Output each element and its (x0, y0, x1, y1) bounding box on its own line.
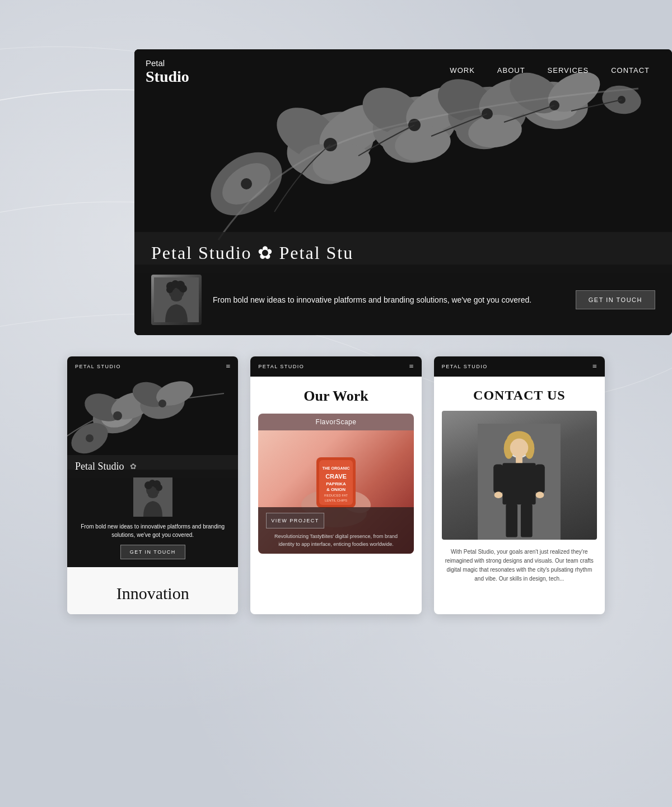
svg-point-37 (166, 286, 173, 293)
nav-about[interactable]: ABOUT (497, 66, 525, 75)
ms1-portrait (133, 477, 172, 517)
nav-services[interactable]: SERVICES (548, 66, 589, 75)
svg-text:LENTIL CHIPS: LENTIL CHIPS (325, 499, 347, 502)
ms3-header: PETAL STUDIO ≡ (434, 356, 605, 377)
ms2-header: PETAL STUDIO ≡ (250, 356, 421, 377)
svg-rect-81 (506, 504, 518, 537)
ms2-logo: PETAL STUDIO (258, 364, 304, 369)
ms1-innovation-title: Innovation (75, 584, 230, 603)
ms1-orchid-svg (67, 377, 235, 466)
svg-rect-77 (493, 464, 503, 493)
hero-bottom-bar: From bold new ideas to innovative platfo… (134, 265, 672, 335)
ms3-logo: PETAL STUDIO (442, 364, 488, 369)
svg-point-48 (158, 400, 166, 407)
ms3-title: CONTACT US (442, 388, 597, 403)
hero-banner-text: Petal Studio ✿ Petal Stu (151, 242, 353, 263)
ms1-header: PETAL STUDIO ≡ (67, 356, 238, 377)
svg-text:& ONION: & ONION (326, 487, 346, 492)
hero-section: Petal Studio WORK ABOUT SERVICES CONTACT… (134, 49, 672, 335)
svg-point-44 (113, 411, 122, 420)
ms3-contact-photo (442, 411, 597, 540)
svg-text:CRAVE: CRAVE (325, 473, 347, 480)
logo-petal: Petal (146, 58, 165, 68)
ms1-hero-bg: Petal Studio ✿ (67, 377, 238, 567)
ms1-logo: PETAL STUDIO (75, 364, 121, 369)
ms2-menu-icon[interactable]: ≡ (409, 362, 414, 371)
ms1-innovation-section: Innovation (67, 567, 238, 614)
svg-point-36 (179, 285, 187, 293)
svg-point-30 (241, 178, 252, 189)
svg-point-74 (510, 439, 529, 457)
svg-text:PAPRIKA: PAPRIKA (326, 481, 346, 486)
ms2-overlay: VIEW PROJECT Revolutionizing TastyBites'… (258, 507, 413, 554)
portrait-svg (154, 277, 199, 322)
ms1-bottom: From bold new ideas to innovative platfo… (67, 470, 238, 567)
portrait-image (151, 275, 202, 325)
svg-text:REDUCED FAT: REDUCED FAT (324, 494, 348, 497)
mobile-screen-2: PETAL STUDIO ≡ Our Work FlavorScape (250, 356, 421, 614)
mobile-screens-container: PETAL STUDIO ≡ (67, 356, 605, 614)
hero-cta-button[interactable]: GET IN TOUCH (576, 290, 655, 309)
svg-rect-78 (535, 464, 545, 493)
ms3-body-text: With Petal Studio, your goals aren't jus… (442, 548, 597, 583)
ms3-menu-icon[interactable]: ≡ (592, 362, 597, 371)
svg-rect-76 (503, 463, 536, 504)
logo-studio: Studio (146, 68, 189, 86)
ms3-body: CONTACT US (434, 377, 605, 595)
svg-point-38 (171, 294, 182, 302)
ms1-cta-button[interactable]: GET IN TOUCH (120, 545, 185, 559)
ms2-description: Revolutionizing TastyBites' digital pres… (266, 533, 405, 548)
ms2-project-name: FlavorScape (258, 414, 413, 430)
svg-point-79 (494, 491, 503, 498)
ms2-view-project-button[interactable]: VIEW PROJECT (266, 513, 324, 528)
ms2-title: Our Work (258, 388, 413, 405)
mobile-screen-1: PETAL STUDIO ≡ (67, 356, 238, 614)
svg-text:THE ORGANIC: THE ORGANIC (322, 466, 349, 470)
ms1-portrait-svg (133, 477, 172, 517)
ms2-project-card: FlavorScape THE ORGANI (258, 414, 413, 554)
svg-point-57 (148, 491, 158, 498)
svg-point-56 (156, 484, 162, 491)
hero-portrait (151, 275, 202, 325)
hero-tagline: From bold new ideas to innovative platfo… (213, 294, 564, 306)
nav-contact[interactable]: CONTACT (611, 66, 650, 75)
svg-point-80 (536, 491, 544, 498)
mobile-screen-3: PETAL STUDIO ≡ CONTACT US (434, 356, 605, 614)
ms3-person-svg (465, 424, 573, 540)
ms2-body: Our Work FlavorScape (250, 377, 421, 565)
ms1-menu-icon[interactable]: ≡ (226, 362, 230, 371)
hero-logo: Petal Studio (134, 49, 200, 97)
svg-point-50 (86, 434, 94, 442)
ms1-orchid-bg (67, 377, 238, 466)
ms2-project-image: THE ORGANIC CRAVE PAPRIKA & ONION REDUCE… (258, 430, 413, 554)
ms1-tagline: From bold new ideas to innovative platfo… (75, 522, 230, 539)
hero-nav: WORK ABOUT SERVICES CONTACT (427, 49, 672, 91)
svg-rect-82 (521, 504, 533, 537)
nav-work[interactable]: WORK (450, 66, 474, 75)
